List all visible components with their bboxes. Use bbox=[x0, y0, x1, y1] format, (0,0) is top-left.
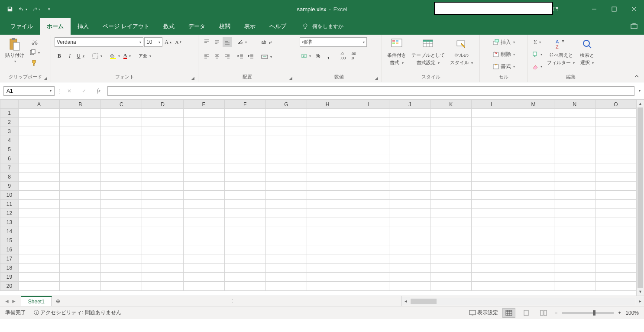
cell[interactable] bbox=[224, 136, 265, 145]
cell[interactable] bbox=[224, 273, 265, 282]
maximize-button[interactable] bbox=[604, 0, 624, 18]
cell[interactable] bbox=[265, 236, 307, 245]
cell[interactable] bbox=[554, 145, 595, 154]
cell[interactable] bbox=[60, 118, 101, 127]
cell[interactable] bbox=[19, 254, 60, 264]
cell[interactable] bbox=[595, 127, 636, 136]
cell[interactable] bbox=[472, 191, 513, 200]
cell[interactable] bbox=[554, 209, 595, 218]
cell[interactable] bbox=[183, 109, 224, 118]
row-header[interactable]: 16 bbox=[0, 245, 19, 254]
cell[interactable] bbox=[595, 118, 636, 127]
dialog-launcher-icon[interactable]: ◢ bbox=[289, 76, 292, 80]
row-header[interactable]: 9 bbox=[0, 182, 19, 191]
close-button[interactable] bbox=[624, 0, 644, 18]
cell[interactable] bbox=[513, 154, 554, 163]
copy-button[interactable]: ▾ bbox=[28, 48, 41, 57]
cell[interactable] bbox=[60, 136, 101, 145]
zoom-slider[interactable] bbox=[562, 312, 614, 314]
cell[interactable] bbox=[595, 218, 636, 227]
cell[interactable] bbox=[348, 236, 389, 245]
cell[interactable] bbox=[513, 209, 554, 218]
cell[interactable] bbox=[595, 273, 636, 282]
cell[interactable] bbox=[307, 182, 348, 191]
cell[interactable] bbox=[19, 127, 60, 136]
cell[interactable] bbox=[389, 273, 430, 282]
comma-button[interactable]: , bbox=[324, 51, 333, 61]
cell[interactable] bbox=[430, 245, 472, 254]
tab-formulas[interactable]: 数式 bbox=[156, 18, 181, 35]
cell[interactable] bbox=[60, 182, 101, 191]
cell-styles-button[interactable]: セルの スタイル ▾ bbox=[447, 36, 476, 67]
cell[interactable] bbox=[554, 282, 595, 291]
cell[interactable] bbox=[348, 282, 389, 291]
align-right-button[interactable] bbox=[223, 51, 232, 61]
cell[interactable] bbox=[224, 118, 265, 127]
cell[interactable] bbox=[19, 245, 60, 254]
decrease-indent-button[interactable] bbox=[236, 51, 245, 61]
cell[interactable] bbox=[307, 264, 348, 273]
cell[interactable] bbox=[430, 282, 472, 291]
cell[interactable] bbox=[430, 136, 472, 145]
cell[interactable] bbox=[348, 182, 389, 191]
cell[interactable] bbox=[595, 236, 636, 245]
insert-cells-button[interactable]: 挿入▾ bbox=[483, 37, 524, 47]
align-top-button[interactable] bbox=[202, 37, 211, 47]
cell[interactable] bbox=[307, 273, 348, 282]
cell[interactable] bbox=[472, 264, 513, 273]
cell[interactable] bbox=[101, 154, 142, 163]
cell[interactable] bbox=[595, 264, 636, 273]
cell[interactable] bbox=[513, 127, 554, 136]
cell[interactable] bbox=[307, 154, 348, 163]
cell[interactable] bbox=[307, 209, 348, 218]
row-header[interactable]: 11 bbox=[0, 200, 19, 209]
cancel-formula-button[interactable]: ✕ bbox=[63, 86, 75, 96]
cell[interactable] bbox=[19, 182, 60, 191]
column-header[interactable]: A bbox=[19, 100, 60, 109]
cell[interactable] bbox=[595, 191, 636, 200]
row-header[interactable]: 3 bbox=[0, 127, 19, 136]
cell[interactable] bbox=[224, 282, 265, 291]
cell[interactable] bbox=[554, 218, 595, 227]
cell[interactable] bbox=[430, 145, 472, 154]
cell[interactable] bbox=[430, 227, 472, 236]
autosum-button[interactable]: Σ▾ bbox=[531, 37, 544, 47]
increase-decimal-button[interactable]: .0.00 bbox=[338, 51, 348, 61]
cell[interactable] bbox=[554, 109, 595, 118]
cell[interactable] bbox=[430, 173, 472, 182]
sheet-tab-sheet1[interactable]: Sheet1 bbox=[21, 296, 52, 306]
cell[interactable] bbox=[183, 273, 224, 282]
cell[interactable] bbox=[224, 127, 265, 136]
cell[interactable] bbox=[513, 200, 554, 209]
collapse-ribbon-button[interactable] bbox=[634, 73, 640, 79]
cell[interactable] bbox=[595, 209, 636, 218]
cell[interactable] bbox=[595, 200, 636, 209]
cell[interactable] bbox=[183, 282, 224, 291]
cell[interactable] bbox=[224, 191, 265, 200]
cell[interactable] bbox=[348, 145, 389, 154]
tab-insert[interactable]: 挿入 bbox=[71, 18, 96, 35]
cell[interactable] bbox=[265, 163, 307, 173]
increase-indent-button[interactable] bbox=[246, 51, 256, 61]
cell[interactable] bbox=[60, 273, 101, 282]
cell[interactable] bbox=[513, 254, 554, 264]
zoom-level-label[interactable]: 100% bbox=[625, 310, 639, 316]
cell[interactable] bbox=[224, 218, 265, 227]
cell[interactable] bbox=[307, 191, 348, 200]
cell[interactable] bbox=[224, 145, 265, 154]
fill-color-button[interactable]: ▾ bbox=[109, 51, 121, 61]
cell[interactable] bbox=[389, 282, 430, 291]
cell[interactable] bbox=[142, 209, 183, 218]
cell[interactable] bbox=[430, 209, 472, 218]
cell[interactable] bbox=[265, 109, 307, 118]
cell[interactable] bbox=[430, 163, 472, 173]
cell[interactable] bbox=[348, 245, 389, 254]
cell[interactable] bbox=[19, 273, 60, 282]
align-bottom-button[interactable] bbox=[223, 37, 232, 47]
cell[interactable] bbox=[348, 163, 389, 173]
font-size-combo[interactable]: 10▾ bbox=[144, 37, 162, 47]
cell[interactable] bbox=[472, 109, 513, 118]
cell[interactable] bbox=[142, 127, 183, 136]
next-sheet-button[interactable]: ► bbox=[11, 298, 16, 304]
horizontal-scroll-thumb[interactable] bbox=[411, 299, 437, 304]
